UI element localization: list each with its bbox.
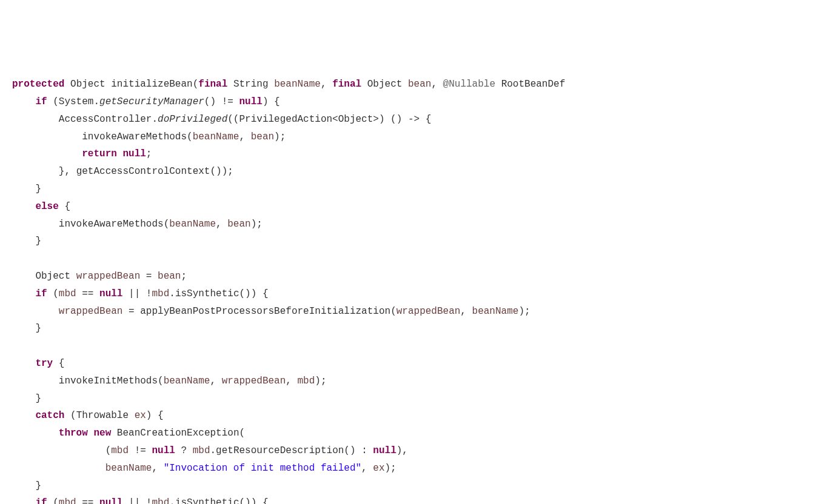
code-line: invokeInitMethods(beanName, wrappedBean,… bbox=[12, 373, 813, 390]
keyword-final: final bbox=[332, 79, 361, 90]
method-invokeawaremethods: invokeAwareMethods bbox=[82, 131, 187, 142]
param-ex: ex bbox=[373, 463, 384, 474]
param-beanname: beanName bbox=[472, 306, 519, 317]
method-name: initializeBean bbox=[111, 79, 192, 90]
method-getresourcedescription: getResourceDescription bbox=[216, 445, 344, 456]
param-bean: bean bbox=[158, 271, 181, 282]
code-line: if (mbd == null || !mbd.isSynthetic()) { bbox=[12, 285, 813, 303]
method-applybeforeinit: applyBeanPostProcessorsBeforeInitializat… bbox=[140, 306, 390, 317]
type-object: Object bbox=[70, 79, 105, 90]
var-wrappedbean: wrappedBean bbox=[76, 271, 141, 282]
param-bean: bean bbox=[408, 79, 431, 90]
keyword-throw: throw bbox=[59, 428, 88, 439]
keyword-protected: protected bbox=[12, 79, 64, 90]
keyword-null: null bbox=[152, 445, 175, 456]
code-line: protected Object initializeBean(final St… bbox=[12, 76, 813, 93]
code-line: }, getAccessControlContext()); bbox=[12, 163, 813, 181]
param-beanname: beanName bbox=[164, 376, 210, 386]
keyword-null: null bbox=[122, 148, 146, 159]
type-string: String bbox=[233, 79, 269, 90]
code-line: try { bbox=[12, 355, 813, 373]
param-bean: bean bbox=[251, 131, 274, 142]
param-bean: bean bbox=[227, 219, 250, 230]
type-object: Object bbox=[35, 271, 70, 282]
code-line: invokeAwareMethods(beanName, bean); bbox=[12, 128, 813, 146]
keyword-new: new bbox=[93, 428, 111, 439]
code-line: } bbox=[12, 233, 813, 250]
method-issynthetic: isSynthetic bbox=[175, 288, 239, 299]
code-line: catch (Throwable ex) { bbox=[12, 407, 813, 425]
param-mbd: mbd bbox=[59, 288, 76, 299]
code-line: } bbox=[12, 320, 813, 337]
param-mbd: mbd bbox=[298, 376, 315, 386]
keyword-if: if bbox=[35, 288, 47, 299]
type-accesscontroller: AccessController bbox=[59, 114, 152, 125]
keyword-catch: catch bbox=[35, 410, 64, 421]
param-mbd: mbd bbox=[111, 445, 129, 456]
param-mbd: mbd bbox=[59, 497, 76, 504]
method-invokeawaremethods: invokeAwareMethods bbox=[59, 219, 164, 230]
keyword-return: return bbox=[82, 148, 117, 159]
code-line: throw new BeanCreationException( bbox=[12, 425, 813, 442]
method-doprivileged: doPrivileged bbox=[158, 114, 227, 125]
keyword-if: if bbox=[35, 497, 47, 504]
param-mbd: mbd bbox=[152, 288, 169, 299]
type-system: System bbox=[59, 96, 94, 107]
var-wrappedbean: wrappedBean bbox=[222, 376, 286, 386]
method-invokeinitmethods: invokeInitMethods bbox=[59, 376, 158, 386]
method-getaccesscontrolcontext: getAccessControlContext bbox=[76, 166, 210, 177]
param-beanname: beanName bbox=[105, 463, 152, 474]
code-line-blank bbox=[12, 250, 813, 268]
var-wrappedbean: wrappedBean bbox=[59, 306, 123, 317]
keyword-final: final bbox=[198, 79, 227, 90]
type-object: Object bbox=[338, 114, 373, 125]
type-privilegedaction: PrivilegedAction bbox=[239, 114, 332, 125]
param-beanname: beanName bbox=[193, 131, 239, 142]
code-line: invokeAwareMethods(beanName, bean); bbox=[12, 216, 813, 233]
code-line-blank bbox=[12, 337, 813, 355]
code-line: Object wrappedBean = bean; bbox=[12, 268, 813, 285]
param-mbd: mbd bbox=[152, 497, 169, 504]
code-line: return null; bbox=[12, 145, 813, 163]
code-line: } bbox=[12, 390, 813, 408]
method-issynthetic: isSynthetic bbox=[175, 497, 239, 504]
param-beanname: beanName bbox=[274, 79, 321, 90]
param-mbd: mbd bbox=[193, 445, 210, 456]
code-line: (mbd != null ? mbd.getResourceDescriptio… bbox=[12, 442, 813, 460]
code-line: AccessController.doPrivileged((Privilege… bbox=[12, 111, 813, 128]
code-line: } bbox=[12, 181, 813, 198]
code-line: wrappedBean = applyBeanPostProcessorsBef… bbox=[12, 303, 813, 320]
string-literal: "Invocation of init method failed" bbox=[164, 463, 361, 474]
param-ex: ex bbox=[135, 410, 146, 421]
keyword-null: null bbox=[99, 288, 122, 299]
type-rootbeandef: RootBeanDef bbox=[501, 79, 566, 90]
type-throwable: Throwable bbox=[76, 410, 129, 421]
keyword-null: null bbox=[99, 497, 122, 504]
keyword-try: try bbox=[35, 358, 53, 369]
code-line: beanName, "Invocation of init method fai… bbox=[12, 460, 813, 477]
code-line: else { bbox=[12, 198, 813, 216]
annotation-nullable: @Nullable bbox=[443, 79, 495, 90]
keyword-null: null bbox=[373, 445, 396, 456]
var-wrappedbean: wrappedBean bbox=[396, 306, 461, 317]
code-line: if (mbd == null || !mbd.isSynthetic()) { bbox=[12, 494, 813, 504]
code-line: if (System.getSecurityManager() != null)… bbox=[12, 93, 813, 111]
type-object: Object bbox=[367, 79, 403, 90]
param-beanname: beanName bbox=[169, 219, 216, 230]
type-beancreationexception: BeanCreationException bbox=[117, 428, 239, 439]
method-getsecuritymanager: getSecurityManager bbox=[99, 96, 204, 107]
keyword-else: else bbox=[35, 201, 58, 212]
keyword-null: null bbox=[239, 96, 262, 107]
keyword-if: if bbox=[35, 96, 47, 107]
code-line: } bbox=[12, 477, 813, 495]
